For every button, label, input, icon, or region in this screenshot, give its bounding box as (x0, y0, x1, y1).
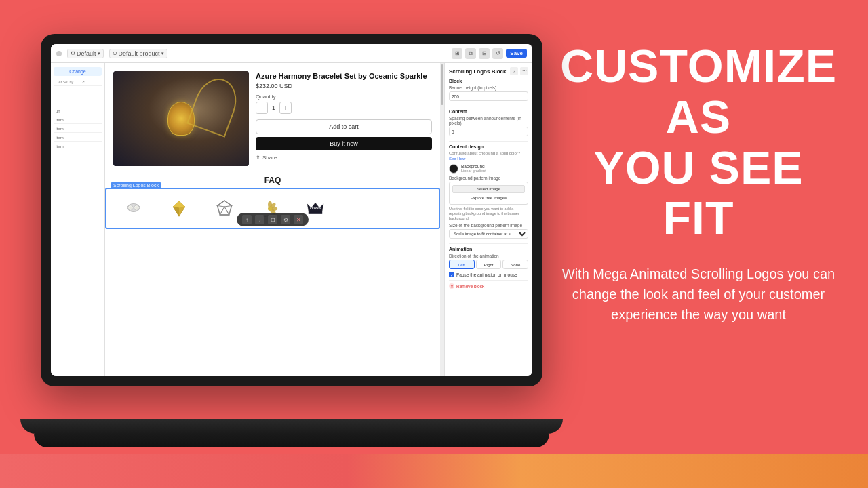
sidebar-item-4[interactable]: Item (54, 134, 102, 142)
background-color-row: Background Linear gradient (449, 164, 528, 174)
share-icon: ⇧ (256, 155, 260, 161)
topbar-action-3[interactable]: ⊟ (479, 48, 490, 59)
edit-tool-delete[interactable]: ✕ (294, 215, 303, 224)
see-how-link[interactable]: See How (449, 157, 465, 161)
laptop-screen: ⚙ Default ▾ ⊙ Default product ▾ ⊞ ⧉ ⊟ ↺ (51, 44, 532, 376)
screen-sidebar: Change ...et Set by O... ↗ un Item Item … (51, 63, 105, 376)
quantity-label: Quantity (256, 94, 432, 100)
headline-line1: CUSTOMIZE AS (556, 41, 841, 142)
topbar-actions: ⊞ ⧉ ⊟ ↺ Save (452, 48, 527, 59)
content-design-note: Confused about choosing a solid color? S… (449, 151, 528, 162)
product-details: Azure Harmony Bracelet Set by Oceanic Sp… (256, 71, 432, 170)
topbar-dot-1 (56, 51, 62, 56)
divider-2 (449, 141, 528, 142)
content-section-title: Content (449, 109, 528, 114)
select-image-area: Select Image Explore free images (449, 182, 528, 205)
scrollbar-thumb (441, 64, 443, 105)
dir-none-button[interactable]: None (502, 260, 528, 269)
divider-1 (449, 106, 528, 106)
logo-svg-3 (214, 199, 235, 219)
qty-value: 1 (272, 104, 275, 111)
direction-label: Direction of the animation (449, 253, 528, 258)
banner-height-input[interactable] (449, 92, 528, 101)
laptop-bezel: ⚙ Default ▾ ⊙ Default product ▾ ⊞ ⧉ ⊟ ↺ (41, 34, 542, 386)
screen-topbar: ⚙ Default ▾ ⊙ Default product ▾ ⊞ ⧉ ⊟ ↺ (51, 44, 532, 63)
logo-svg-5: CROWN JEWELS (305, 199, 326, 219)
spacing-input[interactable] (449, 127, 528, 136)
size-label: Size of the background pattern image (449, 223, 528, 228)
panel-info-icon[interactable]: ? (510, 67, 518, 75)
image-buttons-row: Select Image (452, 185, 525, 193)
sidebar-item-3[interactable]: Item (54, 125, 102, 133)
screen-content: ⚙ Default ▾ ⊙ Default product ▾ ⊞ ⧉ ⊟ ↺ (51, 44, 532, 376)
animation-direction-row: Left Right None (449, 260, 528, 269)
pattern-note: Use this field in case you want to add a… (449, 207, 528, 221)
pause-label: Pause the animation on mouse (456, 272, 517, 277)
spacing-label: Spacing between announcements (in pixels… (449, 116, 528, 125)
subtext: With Mega Animated Scrolling Logos you c… (556, 264, 841, 325)
logo-item-1 (115, 193, 152, 224)
add-to-cart-button[interactable]: Add to cart (256, 119, 432, 134)
remove-block-button[interactable]: Remove block (456, 284, 484, 289)
topbar-action-4[interactable]: ↺ (492, 48, 503, 59)
quantity-control: − 1 + (256, 102, 432, 114)
svg-point-3 (129, 206, 132, 209)
svg-marker-10 (220, 207, 229, 215)
dir-left-button[interactable]: Left (449, 260, 475, 269)
panel-more-icon[interactable]: ⋯ (520, 67, 528, 75)
save-button[interactable]: Save (506, 49, 527, 58)
bg-color-swatch[interactable] (449, 164, 458, 174)
topbar-action-1[interactable]: ⊞ (452, 48, 462, 59)
size-select[interactable]: Scale image to fit container at s... (449, 229, 528, 239)
product-layout: Azure Harmony Bracelet Set by Oceanic Sp… (113, 71, 432, 170)
product-title: Azure Harmony Bracelet Set by Oceanic Sp… (256, 71, 432, 81)
svg-marker-6 (173, 201, 185, 207)
sidebar-item-2[interactable]: Item (54, 117, 102, 124)
svg-text:CROWN: CROWN (309, 207, 321, 210)
bg-pattern-label: Background pattern image (449, 176, 528, 180)
product-image (113, 71, 249, 166)
bottom-stripe (0, 454, 868, 488)
buy-now-button[interactable]: Buy it now (256, 137, 432, 150)
select-image-button[interactable]: Select Image (452, 185, 525, 193)
bg-label: Background (461, 164, 486, 169)
edit-tool-duplicate[interactable]: ⊞ (268, 215, 277, 224)
edit-tool-settings[interactable]: ⚙ (281, 215, 290, 224)
content-design-title: Content design (449, 144, 528, 149)
qty-increase[interactable]: + (279, 102, 292, 114)
edit-tool-1[interactable]: ↑ (242, 215, 252, 224)
edit-toolbar: ↑ ↓ ⊞ ⚙ ✕ (237, 213, 309, 226)
default-product-selector[interactable]: ⊙ Default product ▾ (109, 49, 167, 58)
scrolling-logos-section: Scrolling Logos Block (105, 188, 440, 229)
sidebar-item-block[interactable]: un (54, 108, 102, 115)
pause-checkbox[interactable]: ✓ (449, 272, 454, 277)
panel-icons: ? ⋯ (510, 67, 528, 75)
dir-right-button[interactable]: Right (476, 260, 502, 269)
logo-svg-2 (169, 199, 189, 219)
change-button[interactable]: Change (54, 67, 102, 76)
svg-point-4 (135, 206, 138, 209)
svg-point-15 (268, 207, 272, 211)
sidebar-item-5[interactable]: Item (54, 143, 102, 150)
jewelry-chain (186, 73, 243, 138)
edit-tool-2[interactable]: ↓ (255, 215, 264, 224)
topbar-action-2[interactable]: ⧉ (465, 48, 476, 59)
explore-free-button[interactable]: Explore free images (452, 195, 525, 201)
headline: CUSTOMIZE AS YOU SEE FIT (556, 41, 841, 243)
animation-section-title: Animation (449, 247, 528, 251)
sidebar-item-1: ...et Set by O... ↗ (54, 79, 102, 86)
laptop-base (20, 419, 563, 434)
banner-height-label: Banner height (in pixels) (449, 85, 528, 90)
product-image-placeholder (113, 71, 249, 166)
default-selector[interactable]: ⚙ Default ▾ (67, 49, 104, 58)
block-section-title: Block (449, 79, 528, 83)
panel-header: Scrolling Logos Block ? ⋯ (449, 67, 528, 75)
screen-main: Change ...et Set by O... ↗ un Item Item … (51, 63, 532, 376)
screen-product: Azure Harmony Bracelet Set by Oceanic Sp… (105, 63, 440, 376)
remove-icon: ✕ (449, 283, 454, 289)
scrolling-logos-label: Scrolling Logos Block (111, 182, 161, 188)
qty-decrease[interactable]: − (256, 102, 268, 114)
logo-item-2 (160, 193, 197, 224)
share-button[interactable]: ⇧ Share (256, 155, 432, 161)
panel-title: Scrolling Logos Block (449, 68, 506, 75)
